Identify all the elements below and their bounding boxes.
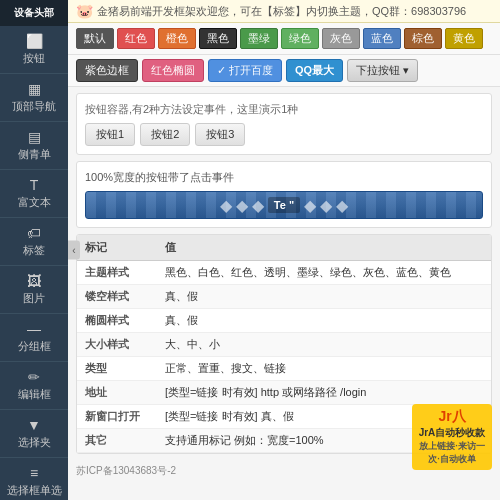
theme-btn-darkgreen[interactable]: 墨绿 [240,28,278,49]
diamond-5: ◆ [320,196,332,215]
table-row: 椭圆样式真、假 [77,309,491,333]
fullwidth-btn[interactable]: ◆ ◆ ◆ Te " ◆ ◆ ◆ [85,191,483,219]
logo-brand: JrA自动秒收款 [418,426,486,440]
sidebar-item-select[interactable]: ▼ 选择夹 [0,410,68,458]
theme-btn-green[interactable]: 绿色 [281,28,319,49]
table-cell-value: [类型=链接 时有效] http 或网络路径 /login [157,381,491,405]
table-cell-key: 大小样式 [77,333,157,357]
table-row: 类型正常、置重、搜文、链接 [77,357,491,381]
topnav-icon: ▦ [28,81,41,97]
theme-btn-gray[interactable]: 灰色 [322,28,360,49]
theme-btn-yellow[interactable]: 黄色 [445,28,483,49]
table-cell-key: 地址 [77,381,157,405]
theme-btn-red[interactable]: 红色 [117,28,155,49]
table-cell-value: 真、假 [157,285,491,309]
sidebar-item-label[interactable]: 🏷 标签 [0,218,68,266]
table-cell-key: 主题样式 [77,261,157,285]
sidebar-item-topnav[interactable]: ▦ 顶部导航 [0,74,68,122]
theme-row: 默认 红色 橙色 黑色 墨绿 绿色 灰色 蓝色 棕色 黄色 [68,23,500,55]
theme-btn-default[interactable]: 默认 [76,28,114,49]
richmenu-icon: ▤ [28,129,41,145]
action-btn-border[interactable]: 紫色边框 [76,59,138,82]
notice-bar: 🐷 金猪易前端开发框架欢迎您，可在【标签】内切换主题，QQ群：698303796 [68,0,500,23]
button-group: 按钮1 按钮2 按钮3 [85,123,483,146]
editor-icon: ✏ [28,369,40,385]
image-icon: 🖼 [27,273,41,289]
sidebar-header: 设备头部 [0,0,68,26]
sidebar-item-label: 按钮 [23,51,45,66]
logo-top: Jr八 [418,408,486,426]
sidebar-item-richmenu[interactable]: ▤ 侧青单 [0,122,68,170]
table-cell-key: 椭圆样式 [77,309,157,333]
theme-btn-black[interactable]: 黑色 [199,28,237,49]
fullwidth-title: 100%宽度的按钮带了点击事件 [85,170,483,185]
sidebar-item-button[interactable]: ⬜ 按钮 [0,26,68,74]
demo-btn-1[interactable]: 按钮1 [85,123,135,146]
divider-icon: — [27,321,41,337]
sidebar-item-divider[interactable]: — 分组框 [0,314,68,362]
sidebar-item-label: 顶部导航 [12,99,56,114]
theme-btn-blue[interactable]: 蓝色 [363,28,401,49]
sidebar-item-editor[interactable]: ✏ 编辑框 [0,362,68,410]
select-icon: ▼ [27,417,41,433]
sidebar-item-label: 选择夹 [18,435,51,450]
fullwidth-btn-label: Te " [268,197,300,213]
selectlist-icon: ≡ [30,465,38,481]
table-cell-value: 大、中、小 [157,333,491,357]
demo-btn-3[interactable]: 按钮3 [195,123,245,146]
logo-overlay: Jr八 JrA自动秒收款 放上链接·来访一次·自动收单 [412,404,492,470]
diamond-6: ◆ [336,196,348,215]
diamond-2: ◆ [236,196,248,215]
sidebar-item-label: 图片 [23,291,45,306]
sidebar-item-label: 分组框 [18,339,51,354]
action-btn-dropdown[interactable]: 下拉按钮 ▾ [347,59,418,82]
diamond-3: ◆ [252,196,264,215]
diamond-1: ◆ [220,196,232,215]
button-icon: ⬜ [26,33,43,49]
sidebar-item-richtext[interactable]: T 富文本 [0,170,68,218]
table-cell-value: 真、假 [157,309,491,333]
action-row: 紫色边框 红色椭圆 ✓ 打开百度 QQ最大 下拉按钮 ▾ [68,55,500,87]
logo-sub: 放上链接·来访一次·自动收单 [418,440,486,466]
action-btn-qq[interactable]: QQ最大 [286,59,343,82]
theme-btn-brown[interactable]: 棕色 [404,28,442,49]
action-btn-open[interactable]: ✓ 打开百度 [208,59,282,82]
gold-pig-icon: 🐷 [76,3,93,19]
sidebar-item-label: 编辑框 [18,387,51,402]
sidebar-item-image[interactable]: 🖼 图片 [0,266,68,314]
demo-btn-2[interactable]: 按钮2 [140,123,190,146]
sidebar-item-label: 标签 [23,243,45,258]
table-cell-value: 黑色、白色、红色、透明、墨绿、绿色、灰色、蓝色、黄色 [157,261,491,285]
notice-text: 金猪易前端开发框架欢迎您，可在【标签】内切换主题，QQ群：698303796 [97,4,466,19]
diamond-4: ◆ [304,196,316,215]
table-cell-key: 其它 [77,429,157,453]
fullwidth-btn-inner: ◆ ◆ ◆ Te " ◆ ◆ ◆ [86,192,482,218]
sidebar-item-selectlist[interactable]: ≡ 选择框单选程 [0,458,68,500]
fullwidth-section: 100%宽度的按钮带了点击事件 ◆ ◆ ◆ Te " ◆ ◆ ◆ [76,161,492,228]
sidebar-item-label: 侧青单 [18,147,51,162]
sidebar: 设备头部 ⬜ 按钮 ▦ 顶部导航 ▤ 侧青单 T 富文本 🏷 标签 🖼 图片 —… [0,0,68,500]
table-cell-key: 新窗口打开 [77,405,157,429]
action-btn-oval[interactable]: 红色椭圆 [142,59,204,82]
table-row: 主题样式黑色、白色、红色、透明、墨绿、绿色、灰色、蓝色、黄色 [77,261,491,285]
richtext-icon: T [30,177,39,193]
theme-btn-orange[interactable]: 橙色 [158,28,196,49]
label-icon: 🏷 [27,225,41,241]
sidebar-item-label: 富文本 [18,195,51,210]
table-row: 地址[类型=链接 时有效] http 或网络路径 /login [77,381,491,405]
table-header-key: 标记 [77,235,157,261]
table-header-value: 值 [157,235,491,261]
table-cell-value: 正常、置重、搜文、链接 [157,357,491,381]
sidebar-item-label: 选择框单选程 [4,483,64,500]
button-demo-section: 按钮容器,有2种方法设定事件，这里演示1种 按钮1 按钮2 按钮3 [76,93,492,155]
table-cell-key: 镂空样式 [77,285,157,309]
button-demo-title: 按钮容器,有2种方法设定事件，这里演示1种 [85,102,483,117]
table-row: 镂空样式真、假 [77,285,491,309]
scroll-arrow[interactable]: ‹ [68,241,80,260]
table-row: 大小样式大、中、小 [77,333,491,357]
table-cell-key: 类型 [77,357,157,381]
